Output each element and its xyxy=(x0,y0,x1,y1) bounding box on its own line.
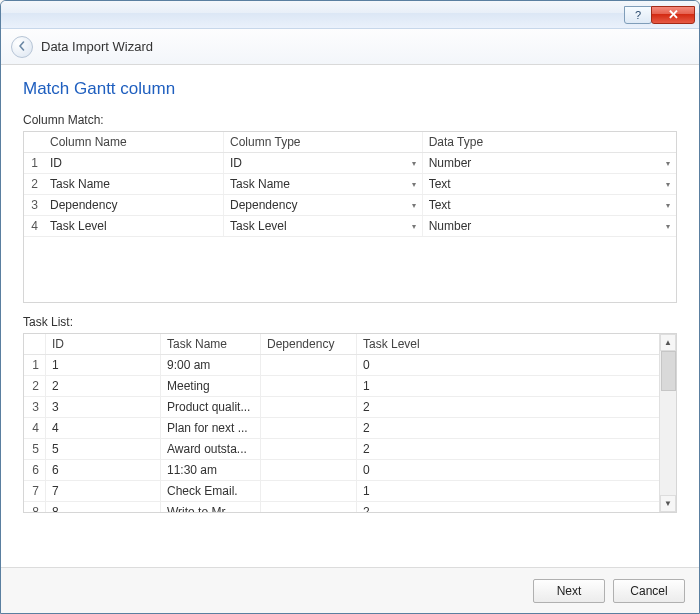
row-number: 2 xyxy=(24,174,44,194)
match-header-dtype[interactable]: Data Type xyxy=(423,132,676,152)
task-list-label: Task List: xyxy=(23,315,677,329)
column-name-cell[interactable]: Task Name xyxy=(44,174,224,194)
task-dep-cell xyxy=(261,502,357,512)
chevron-up-icon: ▲ xyxy=(664,338,672,347)
match-row[interactable]: 1 ID ID ▾ Number ▾ xyxy=(24,153,676,174)
row-number: 6 xyxy=(24,460,46,480)
task-row[interactable]: 6 6 11:30 am 0 xyxy=(24,460,659,481)
wizard-header: Data Import Wizard xyxy=(1,29,699,65)
task-id-cell: 2 xyxy=(46,376,161,396)
match-header-row: Column Name Column Type Data Type xyxy=(24,132,676,153)
match-row[interactable]: 4 Task Level Task Level ▾ Number ▾ xyxy=(24,216,676,237)
titlebar[interactable]: ? ✕ xyxy=(1,1,699,29)
row-number: 1 xyxy=(24,153,44,173)
task-row[interactable]: 7 7 Check Email. 1 xyxy=(24,481,659,502)
task-header-dep[interactable]: Dependency xyxy=(261,334,357,354)
task-header-rownum xyxy=(24,334,46,354)
data-type-dropdown[interactable]: Number ▾ xyxy=(423,216,676,236)
back-arrow-icon xyxy=(17,40,27,54)
column-type-dropdown[interactable]: Task Name ▾ xyxy=(224,174,423,194)
task-id-cell: 4 xyxy=(46,418,161,438)
column-type-value: Task Level xyxy=(230,219,287,233)
cancel-button[interactable]: Cancel xyxy=(613,579,685,603)
column-name-cell[interactable]: Task Level xyxy=(44,216,224,236)
task-name-cell: 11:30 am xyxy=(161,460,261,480)
chevron-down-icon: ▾ xyxy=(408,222,416,231)
scroll-up-button[interactable]: ▲ xyxy=(660,334,676,351)
help-button[interactable]: ? xyxy=(624,6,652,24)
row-number: 3 xyxy=(24,195,44,215)
task-id-cell: 6 xyxy=(46,460,161,480)
task-lvl-cell: 0 xyxy=(357,355,659,375)
close-icon: ✕ xyxy=(668,7,679,22)
chevron-down-icon: ▾ xyxy=(662,180,670,189)
column-type-value: Task Name xyxy=(230,177,290,191)
data-type-dropdown[interactable]: Text ▾ xyxy=(423,174,676,194)
task-row[interactable]: 3 3 Product qualit... 2 xyxy=(24,397,659,418)
data-type-value: Number xyxy=(429,156,472,170)
page-title: Match Gantt column xyxy=(23,79,677,99)
task-id-cell: 7 xyxy=(46,481,161,501)
scroll-down-button[interactable]: ▼ xyxy=(660,495,676,512)
close-button[interactable]: ✕ xyxy=(651,6,695,24)
row-number: 4 xyxy=(24,418,46,438)
data-type-value: Text xyxy=(429,177,451,191)
task-name-cell: Product qualit... xyxy=(161,397,261,417)
row-number: 3 xyxy=(24,397,46,417)
task-name-cell: Meeting xyxy=(161,376,261,396)
column-type-dropdown[interactable]: ID ▾ xyxy=(224,153,423,173)
match-header-type[interactable]: Column Type xyxy=(224,132,423,152)
data-type-value: Text xyxy=(429,198,451,212)
column-type-dropdown[interactable]: Task Level ▾ xyxy=(224,216,423,236)
column-type-dropdown[interactable]: Dependency ▾ xyxy=(224,195,423,215)
match-header-rownum xyxy=(24,132,44,152)
task-header-id[interactable]: ID xyxy=(46,334,161,354)
task-row[interactable]: 8 8 Write to Mr. ... 2 xyxy=(24,502,659,512)
column-name-cell[interactable]: Dependency xyxy=(44,195,224,215)
task-id-cell: 1 xyxy=(46,355,161,375)
next-button[interactable]: Next xyxy=(533,579,605,603)
row-number: 1 xyxy=(24,355,46,375)
match-row[interactable]: 3 Dependency Dependency ▾ Text ▾ xyxy=(24,195,676,216)
row-number: 5 xyxy=(24,439,46,459)
column-name-cell[interactable]: ID xyxy=(44,153,224,173)
column-match-label: Column Match: xyxy=(23,113,677,127)
task-header-row: ID Task Name Dependency Task Level xyxy=(24,334,659,355)
back-button[interactable] xyxy=(11,36,33,58)
task-lvl-cell: 1 xyxy=(357,481,659,501)
task-row[interactable]: 5 5 Award outsta... 2 xyxy=(24,439,659,460)
task-dep-cell xyxy=(261,418,357,438)
task-header-name[interactable]: Task Name xyxy=(161,334,261,354)
task-row[interactable]: 4 4 Plan for next ... 2 xyxy=(24,418,659,439)
task-name-cell: Write to Mr. ... xyxy=(161,502,261,512)
data-type-dropdown[interactable]: Text ▾ xyxy=(423,195,676,215)
task-dep-cell xyxy=(261,376,357,396)
task-name-cell: Check Email. xyxy=(161,481,261,501)
task-dep-cell xyxy=(261,397,357,417)
chevron-down-icon: ▾ xyxy=(662,222,670,231)
task-name-cell: Plan for next ... xyxy=(161,418,261,438)
task-row[interactable]: 2 2 Meeting 1 xyxy=(24,376,659,397)
task-row[interactable]: 1 1 9:00 am 0 xyxy=(24,355,659,376)
task-lvl-cell: 1 xyxy=(357,376,659,396)
data-type-value: Number xyxy=(429,219,472,233)
task-header-lvl[interactable]: Task Level xyxy=(357,334,659,354)
match-header-name[interactable]: Column Name xyxy=(44,132,224,152)
chevron-down-icon: ▼ xyxy=(664,499,672,508)
match-row[interactable]: 2 Task Name Task Name ▾ Text ▾ xyxy=(24,174,676,195)
row-number: 2 xyxy=(24,376,46,396)
task-dep-cell xyxy=(261,460,357,480)
task-lvl-cell: 0 xyxy=(357,460,659,480)
chevron-down-icon: ▾ xyxy=(662,201,670,210)
scroll-thumb[interactable] xyxy=(661,351,676,391)
task-list-scrollbar[interactable]: ▲ ▼ xyxy=(659,334,676,512)
column-type-value: ID xyxy=(230,156,242,170)
task-dep-cell xyxy=(261,481,357,501)
wizard-footer: Next Cancel xyxy=(1,567,699,613)
data-type-dropdown[interactable]: Number ▾ xyxy=(423,153,676,173)
chevron-down-icon: ▾ xyxy=(408,201,416,210)
chevron-down-icon: ▾ xyxy=(408,180,416,189)
column-match-grid: Column Name Column Type Data Type 1 ID I… xyxy=(23,131,677,303)
help-icon: ? xyxy=(635,9,641,21)
task-dep-cell xyxy=(261,439,357,459)
